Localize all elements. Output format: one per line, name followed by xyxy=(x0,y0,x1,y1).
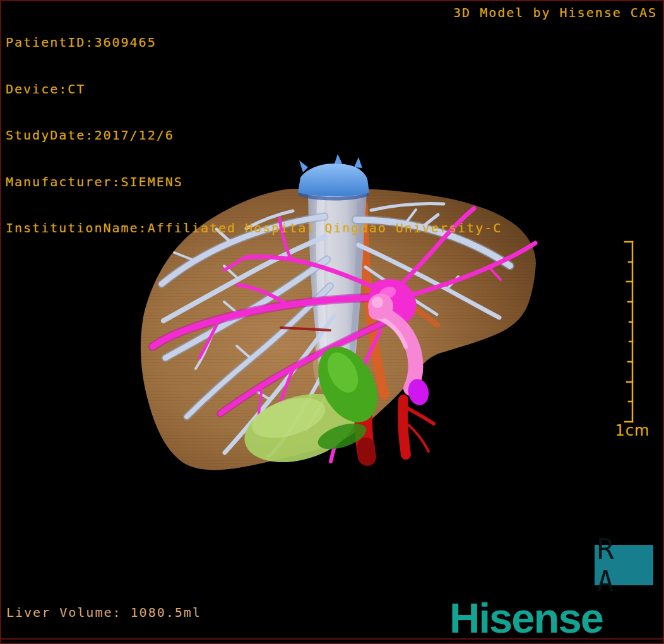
hisense-logo: Hisense xyxy=(449,593,664,642)
bottom-border-line xyxy=(1,638,663,640)
scale-ruler xyxy=(1,1,664,644)
viewer-frame: PatientID:3609465 Device:CT StudyDate:20… xyxy=(0,0,664,644)
orientation-marker: R A xyxy=(595,545,653,585)
liver-volume-readout: Liver Volume: 1080.5ml xyxy=(6,605,201,620)
scale-label: 1cm xyxy=(612,422,653,439)
